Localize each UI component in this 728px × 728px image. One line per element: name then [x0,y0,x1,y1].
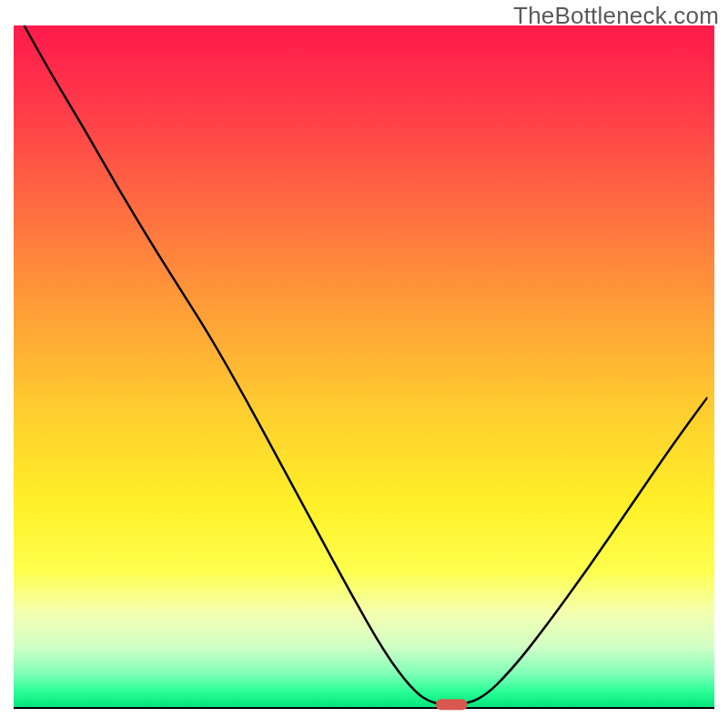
watermark-text: TheBottleneck.com [513,2,719,30]
chart-svg [0,0,728,728]
plot-background [14,25,714,708]
optimal-marker [436,699,468,710]
bottleneck-chart: TheBottleneck.com [0,0,728,728]
